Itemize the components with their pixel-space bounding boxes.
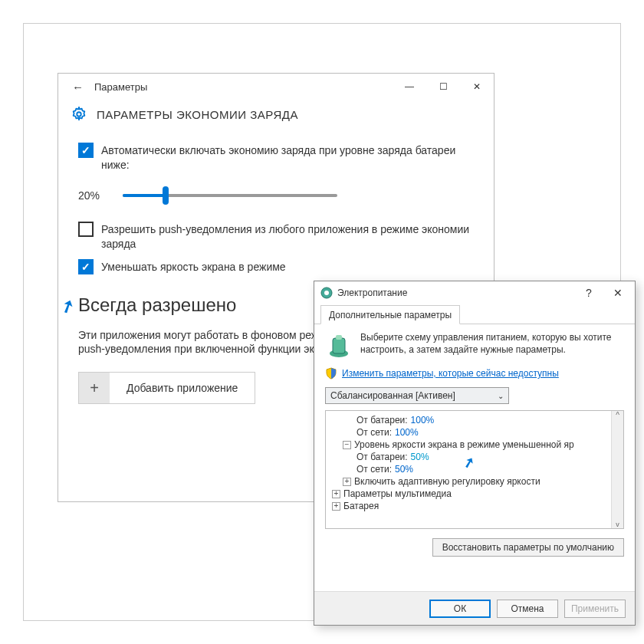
expand-icon[interactable]: + (332, 490, 340, 498)
description-row: Выберите схему управления питанием, кото… (325, 332, 624, 360)
description-text: Выберите схему управления питанием, кото… (360, 332, 624, 360)
tree-row-multimedia[interactable]: + Параметры мультимедиа (326, 488, 623, 500)
tree-row-battery-section[interactable]: + Батарея (326, 500, 623, 512)
chevron-down-icon: ⌄ (498, 392, 504, 400)
threshold-slider[interactable] (123, 194, 337, 197)
tab-strip: Дополнительные параметры (314, 304, 635, 324)
settings-titlebar: ← Параметры — ☐ ✕ (58, 74, 494, 100)
cancel-button[interactable]: Отмена (497, 600, 558, 618)
push-checkbox[interactable] (78, 222, 94, 237)
settings-tree: От батареи: 100% От сети: 100% − Уровень… (325, 410, 624, 529)
power-close-button[interactable]: ✕ (603, 287, 633, 299)
admin-link[interactable]: Изменить параметры, которые сейчас недос… (342, 368, 559, 379)
window-controls: — ☐ ✕ (393, 74, 494, 100)
back-button[interactable]: ← (67, 80, 94, 94)
window-title: Параметры (94, 81, 393, 93)
page-heading: ПАРАМЕТРЫ ЭКОНОМИИ ЗАРЯДА (97, 108, 298, 121)
add-app-button[interactable]: + Добавить приложение (78, 372, 255, 404)
shield-icon (325, 367, 337, 380)
auto-enable-row: Автоматически включать экономию заряда п… (78, 143, 474, 172)
expand-icon[interactable]: + (343, 478, 351, 486)
restore-row: Восстановить параметры по умолчанию (325, 529, 624, 557)
tree-row-adaptive[interactable]: + Включить адаптивную регулировку яркост… (326, 475, 623, 488)
gear-icon (71, 106, 87, 123)
power-content: Выберите схему управления питанием, кото… (314, 324, 635, 564)
slider-fill (123, 194, 166, 197)
add-app-label: Добавить приложение (110, 382, 255, 394)
svg-point-0 (77, 112, 81, 117)
scheme-selected-label: Сбалансированная [Активен] (330, 390, 455, 401)
scheme-select[interactable]: Сбалансированная [Активен] ⌄ (325, 387, 509, 404)
threshold-slider-row: 20% (78, 189, 474, 202)
expand-icon[interactable]: + (332, 502, 340, 511)
push-row: Разрешить push-уведомления из любого при… (78, 222, 474, 251)
auto-enable-checkbox[interactable] (78, 143, 94, 158)
battery-icon (325, 332, 353, 360)
slider-thumb[interactable] (163, 186, 169, 205)
tree-row-brightness-level[interactable]: − Уровень яркости экрана в режиме уменьш… (326, 439, 623, 451)
dim-label: Уменьшать яркость экрана в режиме (101, 259, 286, 274)
auto-enable-label: Автоматически включать экономию заряда п… (101, 143, 474, 172)
svg-rect-5 (336, 335, 342, 340)
close-button[interactable]: ✕ (460, 74, 494, 100)
svg-point-2 (324, 291, 329, 295)
slider-value: 20% (78, 189, 109, 202)
outer-frame: ← Параметры — ☐ ✕ ПАРАМЕТРЫ ЭКОНОМИИ ЗАР… (23, 23, 621, 621)
power-titlebar: Электропитание ? ✕ (314, 281, 635, 304)
restore-defaults-button[interactable]: Восстановить параметры по умолчанию (432, 538, 624, 557)
admin-link-row: Изменить параметры, которые сейчас недос… (325, 367, 624, 380)
tree-scrollbar[interactable] (611, 411, 623, 528)
power-icon (320, 287, 333, 299)
plus-icon: + (79, 373, 110, 403)
dialog-footer: ОК Отмена Применить (314, 591, 635, 625)
apply-button: Применить (564, 600, 626, 618)
settings-header: ПАРАМЕТРЫ ЭКОНОМИИ ЗАРЯДА (58, 100, 494, 135)
dim-checkbox[interactable] (78, 259, 94, 274)
tree-row-ac-1[interactable]: От сети: 100% (326, 426, 623, 439)
minimize-button[interactable]: — (393, 74, 426, 100)
power-title: Электропитание (337, 288, 575, 298)
power-options-dialog: Электропитание ? ✕ Дополнительные параме… (314, 281, 636, 626)
svg-rect-4 (333, 338, 345, 353)
collapse-icon[interactable]: − (343, 441, 351, 449)
ok-button[interactable]: ОК (429, 600, 491, 618)
push-label: Разрешить push-уведомления из любого при… (101, 222, 474, 251)
maximize-button[interactable]: ☐ (426, 74, 460, 100)
tree-row-battery-1[interactable]: От батареи: 100% (326, 414, 623, 426)
tab-advanced[interactable]: Дополнительные параметры (320, 305, 460, 324)
help-button[interactable]: ? (575, 287, 603, 299)
dim-row: Уменьшать яркость экрана в режиме (78, 259, 474, 274)
